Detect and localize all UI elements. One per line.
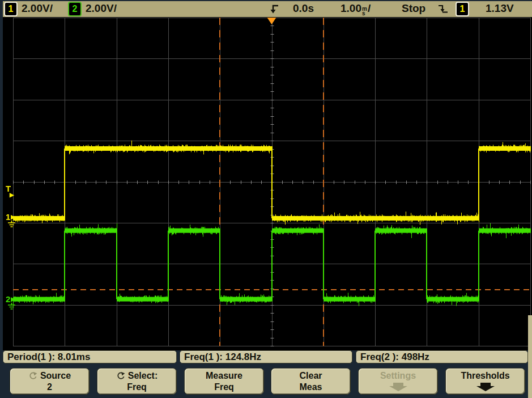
ch1-ground-marker: 1▶ bbox=[6, 213, 16, 228]
softkey-settings[interactable]: Settings bbox=[358, 368, 438, 395]
softkey-source[interactable]: Source 2 bbox=[10, 368, 90, 395]
status-bar: 1 2.00V/ 2 2.00V/ 0.0s 1.00ms/ Stop 1 1.… bbox=[3, 1, 532, 18]
down-arrow-icon bbox=[476, 382, 495, 392]
ground-icon bbox=[7, 303, 16, 310]
ch2-ground-marker: 2▶ bbox=[6, 295, 16, 310]
ground-icon bbox=[7, 221, 16, 228]
ch2-scale: 2.00V/ bbox=[86, 2, 117, 15]
trigger-position-icon bbox=[268, 3, 280, 17]
waveform-canvas bbox=[3, 17, 532, 350]
waveform-display: T ▶ 1▶ 2▶ bbox=[3, 17, 532, 350]
trigger-source-badge: 1 bbox=[456, 2, 469, 16]
bezel-strip bbox=[528, 315, 532, 398]
trigger-level: 1.13V bbox=[486, 2, 514, 15]
softkey-select[interactable]: Select: Freq bbox=[97, 368, 177, 395]
softkey-clear-meas[interactable]: Clear Meas bbox=[271, 368, 351, 395]
measurement-freq-ch2: Freq(2 ): 498Hz bbox=[356, 350, 528, 363]
measurement-freq-ch1: Freq(1 ): 124.8Hz bbox=[180, 350, 352, 363]
ch1-scale: 2.00V/ bbox=[22, 2, 53, 15]
falling-edge-trigger-icon bbox=[438, 4, 448, 16]
timebase: 1.00ms/ bbox=[341, 2, 371, 16]
oscilloscope-screen: 1 2.00V/ 2 2.00V/ 0.0s 1.00ms/ Stop 1 1.… bbox=[0, 0, 532, 398]
rotary-knob-icon bbox=[28, 371, 37, 380]
ch2-badge: 2 bbox=[68, 2, 82, 16]
time-offset: 0.0s bbox=[293, 2, 314, 15]
ch1-badge: 1 bbox=[4, 2, 18, 16]
down-arrow-icon bbox=[389, 382, 408, 392]
run-state: Stop bbox=[402, 2, 425, 15]
softkey-measure[interactable]: Measure Freq bbox=[184, 368, 264, 395]
rotary-knob-icon bbox=[116, 371, 125, 380]
softkey-thresholds[interactable]: Thresholds bbox=[445, 368, 525, 395]
trigger-level-marker: T ▶ bbox=[6, 185, 14, 198]
measurement-period-ch1: Period(1 ): 8.01ms bbox=[3, 350, 177, 363]
